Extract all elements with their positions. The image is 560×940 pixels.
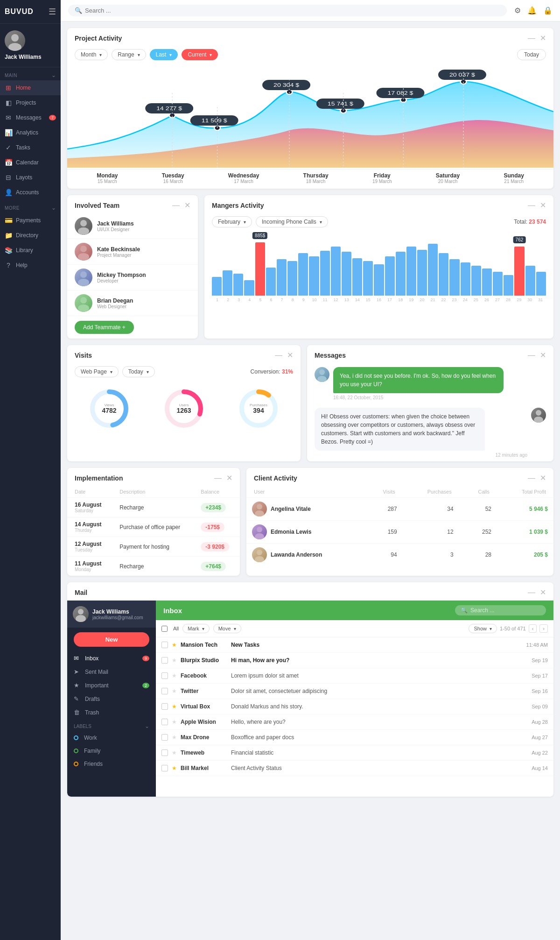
filter-range-btn[interactable]: Range ▾ <box>112 49 146 60</box>
mail-item[interactable]: ★ Virtual Box Donald Markus and his stor… <box>156 699 553 714</box>
mail-item[interactable]: ★ Twitter Dolor sit amet, consectetuer a… <box>156 684 553 699</box>
mail-nav-drafts[interactable]: ✎ Drafts <box>67 692 156 706</box>
drafts-icon: ✎ <box>74 695 81 702</box>
sidebar-item-payments[interactable]: 💳 Payments <box>0 213 61 228</box>
sidebar-item-analytics[interactable]: 📊 Analytics <box>0 125 61 140</box>
star-icon[interactable]: ★ <box>172 703 177 710</box>
mail-label-friends[interactable]: Friends <box>67 757 156 770</box>
mail-item[interactable]: ★ Max Drone Boxoffice and paper docs Aug… <box>156 730 553 745</box>
close-btn[interactable]: ✕ <box>540 351 546 360</box>
add-teammate-button[interactable]: Add Teammate + <box>75 321 134 334</box>
sidebar-item-messages[interactable]: ✉ Messages 7 <box>0 110 61 125</box>
star-icon[interactable]: ★ <box>172 765 177 771</box>
avatar-edmonia <box>252 524 267 539</box>
minimize-btn[interactable]: — <box>275 351 282 360</box>
bell-icon[interactable]: 🔔 <box>527 6 537 15</box>
sidebar-item-library[interactable]: 📚 Library <box>0 243 61 258</box>
close-btn[interactable]: ✕ <box>226 474 232 482</box>
star-icon[interactable]: ★ <box>172 642 177 648</box>
minimize-btn[interactable]: — <box>528 351 535 360</box>
lock-icon[interactable]: 🔒 <box>543 6 553 15</box>
mail-nav-sent[interactable]: ➤ Sent Mail <box>67 665 156 678</box>
visits-page-btn[interactable]: Web Page ▾ <box>75 366 119 377</box>
mail-item[interactable]: ★ Timeweb Financial statistic Aug 22 <box>156 745 553 761</box>
select-all-checkbox[interactable] <box>161 626 168 632</box>
mail-layout: Jack Williams jackwilliams@gmail.com New… <box>67 601 553 797</box>
next-page-btn[interactable]: › <box>539 624 548 633</box>
close-btn[interactable]: ✕ <box>540 201 546 210</box>
sidebar-item-accounts[interactable]: 👤 Accounts <box>0 185 61 200</box>
filter-current-btn[interactable]: Current ▾ <box>182 49 218 60</box>
star-icon[interactable]: ★ <box>172 672 177 679</box>
filter-month-btn[interactable]: Month ▾ <box>75 49 108 60</box>
close-icon[interactable]: ✕ <box>540 34 546 42</box>
close-btn[interactable]: ✕ <box>184 201 190 210</box>
email-checkbox[interactable] <box>161 734 168 741</box>
close-btn[interactable]: ✕ <box>540 474 546 482</box>
mail-new-button[interactable]: New <box>74 632 149 647</box>
mail-item[interactable]: ★ Apple Wision Hello, where are you? Aug… <box>156 714 553 730</box>
mail-item[interactable]: ★ Facebook Lorem ipsum dolor sit amet Se… <box>156 668 553 684</box>
email-checkbox[interactable] <box>161 765 168 771</box>
donut-row: Views 4782 Users 1263 <box>67 380 301 439</box>
mail-user-email: jackwilliams@gmail.com <box>92 615 143 620</box>
minimize-icon[interactable]: — <box>528 34 535 42</box>
star-icon[interactable]: ★ <box>172 657 177 664</box>
sidebar-item-layouts[interactable]: ⊟ Layots <box>0 170 61 185</box>
email-checkbox[interactable] <box>161 749 168 756</box>
search-input[interactable] <box>85 7 500 14</box>
sidebar-item-directory[interactable]: 📁 Directory <box>0 228 61 243</box>
messages-badge: 7 <box>49 115 56 120</box>
star-icon[interactable]: ★ <box>172 734 177 741</box>
search-bar[interactable]: 🔍 <box>68 5 507 16</box>
mark-btn[interactable]: Mark ▾ <box>182 624 209 633</box>
mail-search[interactable]: 🔍 <box>455 605 546 615</box>
sidebar-item-projects[interactable]: ◧ Projects <box>0 95 61 110</box>
star-icon[interactable]: ★ <box>172 719 177 725</box>
prev-page-btn[interactable]: ‹ <box>529 624 537 633</box>
mail-nav-inbox[interactable]: ✉ Inbox 9 <box>67 651 156 665</box>
minimize-btn[interactable]: — <box>528 474 535 482</box>
managers-month-btn[interactable]: February ▾ <box>212 216 252 227</box>
minimize-btn[interactable]: — <box>214 474 222 482</box>
managers-type-btn[interactable]: Incoming Phone Calls ▾ <box>256 216 328 227</box>
project-activity-controls: — ✕ <box>528 34 546 42</box>
minimize-btn[interactable]: — <box>172 201 180 210</box>
minimize-btn[interactable]: — <box>528 588 535 597</box>
mail-label-family[interactable]: Family <box>67 744 156 757</box>
sidebar-item-help[interactable]: ? Help <box>0 258 61 273</box>
mail-item[interactable]: ★ Bill Markel Client Activity Status Aug… <box>156 761 553 776</box>
hamburger-icon[interactable]: ☰ <box>49 7 56 17</box>
svg-point-28 <box>80 246 87 252</box>
star-icon[interactable]: ★ <box>172 688 177 694</box>
email-checkbox[interactable] <box>161 688 168 694</box>
mail-nav-important[interactable]: ★ Important 2 <box>67 678 156 692</box>
email-checkbox[interactable] <box>161 657 168 664</box>
mail-search-input[interactable] <box>470 607 540 614</box>
filter-last-btn[interactable]: Last ▾ <box>150 49 178 60</box>
mail-item[interactable]: ★ Blurpix Studio Hi man, How are you? Se… <box>156 653 553 668</box>
team-member-brian: Brian Deegan Web Designer <box>67 290 198 316</box>
close-btn[interactable]: ✕ <box>287 351 293 360</box>
show-btn[interactable]: Show ▾ <box>469 624 497 633</box>
sidebar-item-home[interactable]: ⊞ Home <box>0 80 61 95</box>
email-checkbox[interactable] <box>161 703 168 710</box>
managers-total: Total: 23 574 <box>514 219 546 225</box>
sidebar-item-calendar[interactable]: 📅 Calendar <box>0 155 61 170</box>
email-checkbox[interactable] <box>161 642 168 648</box>
star-icon[interactable]: ★ <box>172 749 177 756</box>
sidebar-item-tasks[interactable]: ✓ Tasks <box>0 140 61 155</box>
table-row: 14 AugustThurday Purchase of office pape… <box>67 517 240 537</box>
mail-label-work[interactable]: Work <box>67 731 156 744</box>
email-checkbox[interactable] <box>161 719 168 725</box>
email-checkbox[interactable] <box>161 672 168 679</box>
visits-time-btn[interactable]: Today ▾ <box>122 366 155 377</box>
svg-text:11 509 $: 11 509 $ <box>202 118 227 123</box>
mail-nav-trash[interactable]: 🗑 Trash <box>67 706 156 719</box>
close-btn[interactable]: ✕ <box>540 588 546 597</box>
mail-item[interactable]: ★ Mansion Tech New Tasks 11:48 AM <box>156 637 553 653</box>
move-btn[interactable]: Move ▾ <box>213 624 241 633</box>
gear-icon[interactable]: ⚙ <box>514 6 521 15</box>
minimize-btn[interactable]: — <box>528 201 535 210</box>
filter-today-btn[interactable]: Today <box>517 49 546 60</box>
